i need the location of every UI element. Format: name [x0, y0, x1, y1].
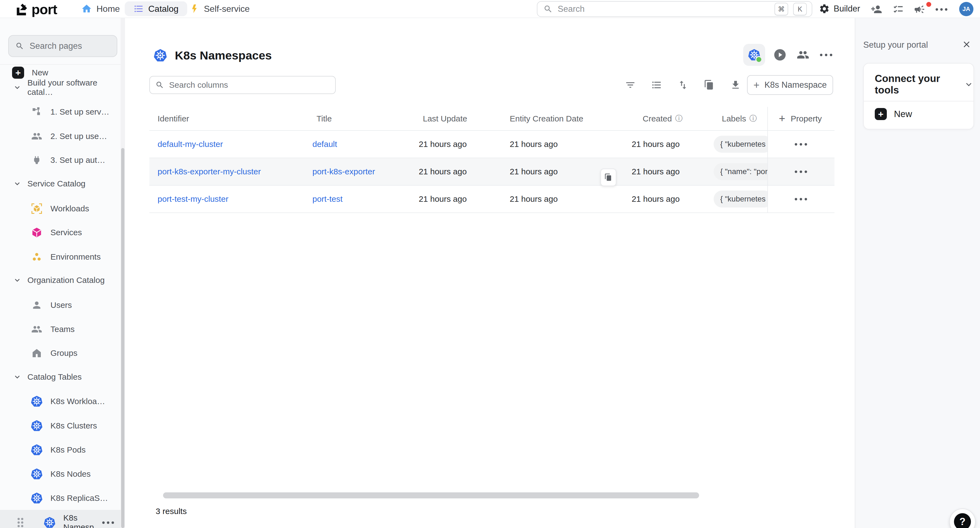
sidebar-group-build[interactable]: Build your software catal… [0, 75, 125, 99]
status-dot [755, 56, 762, 63]
created-value: 21 hours ago [628, 140, 713, 149]
close-icon[interactable] [961, 38, 973, 51]
global-search-input[interactable] [558, 4, 770, 14]
identifier-link[interactable]: port-test-my-cluster [158, 195, 228, 203]
nav-catalog[interactable]: Catalog [125, 2, 187, 16]
people-icon [31, 323, 43, 335]
sidebar-group-organization-catalog[interactable]: Organization Catalog [0, 268, 125, 292]
sidebar-search-input[interactable] [30, 41, 110, 51]
sidebar-item-k8s-pods[interactable]: K8s Pods [0, 438, 125, 462]
sidebar-item-workloads[interactable]: Workloads [0, 196, 125, 221]
add-namespace-button[interactable]: + K8s Namespace [747, 75, 833, 95]
row-more-icon[interactable] [795, 171, 807, 173]
header-labels[interactable]: Labels ⓘ [713, 114, 767, 123]
sidebar-item-k8s-nodes[interactable]: K8s Nodes [0, 462, 125, 486]
chevron-down-icon [13, 180, 21, 188]
item-more-icon[interactable] [102, 522, 114, 524]
sidebar-item-label: Users [51, 300, 72, 310]
sidebar-item-setup-automations[interactable]: 3. Set up aut… [0, 148, 125, 172]
plus-icon: + [875, 108, 887, 120]
kubernetes-icon [44, 517, 56, 528]
header-created[interactable]: Created ⓘ [628, 114, 713, 123]
nav-self-service[interactable]: Self-service [189, 0, 250, 18]
title-link[interactable]: default [312, 140, 337, 148]
builder-label: Builder [834, 4, 860, 14]
more-options-button[interactable] [935, 3, 948, 16]
search-icon [15, 41, 24, 51]
sidebar-group-catalog-tables[interactable]: Catalog Tables [0, 365, 125, 389]
header-identifier[interactable]: Identifier [150, 114, 304, 123]
copy-table-icon[interactable] [703, 77, 715, 93]
org-chart-icon [31, 106, 43, 118]
copy-value-button[interactable] [600, 169, 616, 186]
blueprint-badge-button[interactable] [743, 44, 765, 66]
plug-icon [31, 154, 43, 166]
group-by-icon[interactable] [651, 77, 663, 93]
labels-chip[interactable]: { "kubernetes [714, 191, 767, 207]
identifier-link[interactable]: port-k8s-exporter-my-cluster [158, 167, 261, 176]
page-more-button[interactable] [818, 46, 834, 63]
labels-chip[interactable]: { "kubernetes [714, 136, 767, 153]
chevron-down-icon [13, 83, 21, 92]
panel-new-label: New [894, 109, 912, 119]
columns-search [150, 76, 336, 94]
header-title[interactable]: Title [304, 114, 412, 123]
table-row[interactable]: port-k8s-exporter-my-cluster port-k8s-ex… [150, 158, 834, 186]
filter-icon[interactable] [624, 77, 636, 93]
download-icon[interactable] [730, 77, 741, 93]
avatar[interactable]: JA [959, 2, 974, 16]
drag-handle-icon[interactable] [18, 518, 23, 527]
header-labels-label: Labels [722, 114, 746, 123]
sidebar-item-services[interactable]: Services [0, 220, 125, 244]
row-more-icon[interactable] [795, 198, 807, 200]
cmd-keycap: ⌘ [775, 3, 788, 15]
sidebar-item-k8s-replicasets[interactable]: K8s ReplicaS… [0, 486, 125, 510]
chevron-down-icon [964, 80, 974, 89]
announcements-button[interactable] [913, 3, 926, 16]
labels-chip[interactable]: { "name": "por [714, 163, 767, 180]
sidebar-item-setup-service[interactable]: 1. Set up serv… [0, 100, 125, 124]
entities-table: Identifier Title Last Update Entity Crea… [150, 107, 834, 213]
sidebar-item-setup-users[interactable]: 2. Set up use… [0, 124, 125, 148]
port-logo[interactable]: port [15, 2, 57, 18]
port-logo-text: port [32, 2, 57, 18]
workloads-cube-icon [31, 203, 43, 215]
row-more-icon[interactable] [795, 143, 807, 145]
sidebar-item-users[interactable]: Users [0, 293, 125, 317]
info-icon[interactable]: ⓘ [749, 115, 757, 122]
sidebar-item-groups[interactable]: Groups [0, 341, 125, 365]
identifier-link[interactable]: default-my-cluster [158, 140, 223, 148]
page-title: K8s Namespaces [175, 49, 272, 62]
table-toolbar [624, 77, 741, 93]
panel-new-button[interactable]: + New [875, 108, 912, 120]
sidebar-item-teams[interactable]: Teams [0, 317, 125, 341]
audience-button[interactable] [795, 46, 811, 63]
sidebar-item-label: K8s Namesp… [63, 513, 102, 528]
sidebar-item-k8s-namespaces[interactable]: K8s Namesp… [0, 510, 125, 528]
sidebar-item-k8s-workloads[interactable]: K8s Workloa… [0, 389, 125, 413]
sidebar-item-environments[interactable]: Environments [0, 245, 125, 269]
columns-search-input[interactable] [169, 80, 330, 89]
sidebar-scrollbar-thumb[interactable] [121, 148, 124, 528]
header-last-update[interactable]: Last Update [412, 114, 504, 123]
horizontal-scrollbar[interactable] [163, 492, 699, 498]
sidebar-group-service-catalog[interactable]: Service Catalog [0, 172, 125, 196]
header-entity-creation-date[interactable]: Entity Creation Date [504, 114, 628, 123]
sidebar-scrollbar-track[interactable] [121, 18, 125, 528]
builder-button[interactable]: Builder [819, 0, 860, 18]
invite-users-button[interactable] [870, 3, 883, 16]
play-button[interactable] [772, 46, 788, 63]
nav-home[interactable]: Home [81, 0, 120, 18]
table-row[interactable]: default-my-cluster default 21 hours ago … [150, 131, 834, 158]
checklist-button[interactable] [892, 3, 905, 16]
sidebar-item-k8s-clusters[interactable]: K8s Clusters [0, 414, 125, 438]
info-icon[interactable]: ⓘ [675, 115, 682, 122]
title-link[interactable]: port-k8s-exporter [312, 167, 375, 176]
sort-icon[interactable] [677, 77, 689, 93]
title-link[interactable]: port-test [312, 195, 342, 203]
sidebar-group-label: Organization Catalog [27, 276, 105, 285]
catalog-list-icon [134, 3, 144, 14]
add-property-column[interactable]: + Property [767, 107, 834, 130]
connect-tools-toggle[interactable]: Connect your tools [864, 64, 974, 96]
table-row[interactable]: port-test-my-cluster port-test 21 hours … [150, 186, 834, 213]
